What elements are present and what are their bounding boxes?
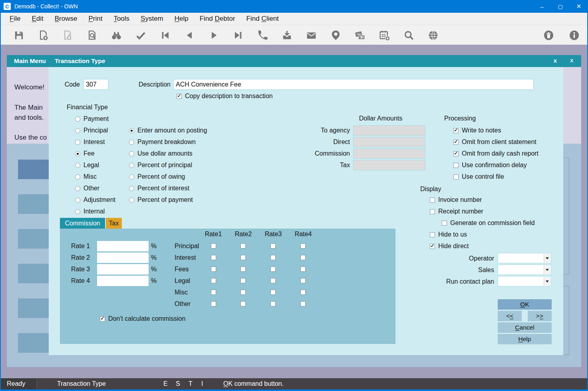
radio-use-dollar-amounts[interactable]: Use dollar amounts (129, 148, 193, 159)
sales-dropdown[interactable] (498, 265, 551, 275)
confirm-button[interactable] (129, 25, 153, 45)
misc-rate4-checkbox[interactable] (300, 290, 306, 295)
menu-file[interactable]: File (10, 15, 20, 23)
interest-rate3-checkbox[interactable] (270, 255, 276, 260)
menu-help[interactable]: Help (175, 15, 189, 23)
radio-misc[interactable]: Misc (75, 172, 97, 182)
menu-find-debtor[interactable]: Find Debtor (200, 15, 235, 23)
radio-enter-amount-on-posting[interactable]: Enter amount on posting (129, 125, 207, 136)
fees-rate3-checkbox[interactable] (270, 267, 276, 272)
chevron-down-icon[interactable] (544, 277, 550, 286)
phone-button[interactable] (250, 25, 275, 45)
dont-calculate-commission-checkbox[interactable]: Don't calculate commission (100, 314, 185, 324)
principal-rate3-checkbox[interactable] (270, 243, 276, 249)
radio-payment[interactable]: Payment (75, 114, 109, 124)
legal-rate3-checkbox[interactable] (270, 278, 276, 283)
info-button[interactable] (561, 25, 587, 45)
menu-find-client[interactable]: Find Client (246, 15, 279, 23)
menu-browse[interactable]: Browse (55, 15, 77, 23)
interest-rate4-checkbox[interactable] (300, 255, 306, 260)
misc-rate1-checkbox[interactable] (211, 290, 216, 295)
omit-client-statement-checkbox[interactable]: Omit from client statement (453, 137, 536, 147)
radio-adjustment[interactable]: Adjustment (75, 195, 115, 205)
menu-system[interactable]: System (141, 15, 163, 23)
radio-other[interactable]: Other (75, 183, 99, 194)
radio-percent-of-principal[interactable]: Percent of principal (129, 160, 192, 170)
radio-interest[interactable]: Interest (75, 137, 105, 147)
save-button[interactable] (7, 25, 31, 45)
delete-button[interactable] (536, 25, 561, 45)
dialog-close-icon[interactable]: x (550, 57, 560, 64)
letter-button[interactable] (324, 25, 348, 45)
radio-legal[interactable]: Legal (75, 160, 99, 170)
other-rate1-checkbox[interactable] (211, 301, 216, 306)
operator-dropdown[interactable] (498, 253, 551, 263)
preview-record-button[interactable] (80, 25, 104, 45)
email-button[interactable] (299, 25, 324, 45)
legal-rate1-checkbox[interactable] (211, 278, 216, 283)
cancel-button[interactable]: Cancel (498, 322, 552, 333)
edit-record-button[interactable] (56, 25, 80, 45)
run-contact-plan-dropdown[interactable] (498, 276, 551, 286)
menu-tools[interactable]: Tools (113, 15, 129, 23)
next-record-button[interactable] (202, 25, 226, 45)
ok-button[interactable]: OK (498, 299, 552, 310)
legal-rate4-checkbox[interactable] (300, 278, 306, 283)
menu-print[interactable]: Print (88, 15, 102, 23)
receipt-number-checkbox[interactable]: Receipt number (430, 206, 483, 217)
principal-rate1-checkbox[interactable] (211, 243, 216, 249)
search-button[interactable] (397, 25, 421, 45)
radio-percent-of-owing[interactable]: Percent of owing (129, 172, 185, 182)
radio-principal[interactable]: Principal (75, 125, 108, 136)
legal-rate2-checkbox[interactable] (240, 278, 246, 283)
fees-rate1-checkbox[interactable] (211, 267, 216, 272)
web-button[interactable] (421, 25, 445, 45)
principal-rate2-checkbox[interactable] (240, 243, 246, 249)
hide-to-us-checkbox[interactable]: Hide to us (430, 229, 467, 240)
previous-button[interactable]: << (498, 311, 522, 321)
chevron-down-icon[interactable] (544, 265, 550, 274)
radio-percent-of-payment[interactable]: Percent of payment (129, 195, 193, 205)
menu-edit[interactable]: Edit (32, 15, 43, 23)
control-file-checkbox[interactable]: Use control file (453, 172, 504, 182)
misc-rate3-checkbox[interactable] (270, 290, 276, 295)
fees-rate4-checkbox[interactable] (300, 267, 306, 272)
copy-description-checkbox[interactable]: Copy description to transaction (177, 91, 273, 101)
new-record-button[interactable] (31, 25, 56, 45)
tab-tax[interactable]: Tax (106, 218, 122, 229)
radio-payment-breakdown[interactable]: Payment breakdown (129, 137, 196, 147)
payment-button[interactable]: VISA (348, 25, 372, 45)
close-button[interactable]: ✕ (570, 0, 588, 13)
radio-percent-of-interest[interactable]: Percent of interest (129, 183, 189, 194)
generate-on-commission-checkbox[interactable]: Generate on commission field (442, 218, 535, 228)
first-record-button[interactable] (153, 25, 177, 45)
misc-rate2-checkbox[interactable] (240, 290, 246, 295)
omit-daily-cash-checkbox[interactable]: Omit from daily cash report (453, 148, 538, 159)
confirmation-delay-checkbox[interactable]: Use confirmation delay (453, 160, 527, 170)
radio-fee[interactable]: Fee (75, 148, 95, 159)
invoice-number-checkbox[interactable]: Invoice number (430, 195, 482, 205)
hide-direct-checkbox[interactable]: Hide direct (430, 241, 469, 251)
interest-rate2-checkbox[interactable] (240, 255, 246, 260)
other-rate4-checkbox[interactable] (300, 301, 306, 306)
main-menu-close-icon[interactable]: x (570, 57, 573, 63)
fees-rate2-checkbox[interactable] (240, 267, 246, 272)
other-rate3-checkbox[interactable] (270, 301, 276, 306)
interest-rate1-checkbox[interactable] (211, 255, 216, 260)
schedule-button[interactable]: 31 (372, 25, 397, 45)
last-record-button[interactable] (226, 25, 250, 45)
principal-rate4-checkbox[interactable] (300, 243, 306, 249)
write-to-notes-checkbox[interactable]: Write to notes (453, 125, 501, 136)
code-input[interactable] (83, 79, 108, 90)
maximize-button[interactable]: ▢ (551, 0, 570, 13)
find-record-button[interactable] (104, 25, 129, 45)
description-input[interactable] (173, 79, 534, 90)
help-button[interactable]: Help (498, 334, 552, 344)
chevron-down-icon[interactable] (544, 254, 550, 263)
minimize-button[interactable]: – (533, 0, 551, 13)
radio-internal[interactable]: Internal (75, 206, 105, 217)
next-button[interactable]: >> (528, 311, 552, 321)
previous-record-button[interactable] (177, 25, 202, 45)
tab-commission[interactable]: Commission (60, 218, 105, 229)
print-button[interactable] (275, 25, 299, 45)
